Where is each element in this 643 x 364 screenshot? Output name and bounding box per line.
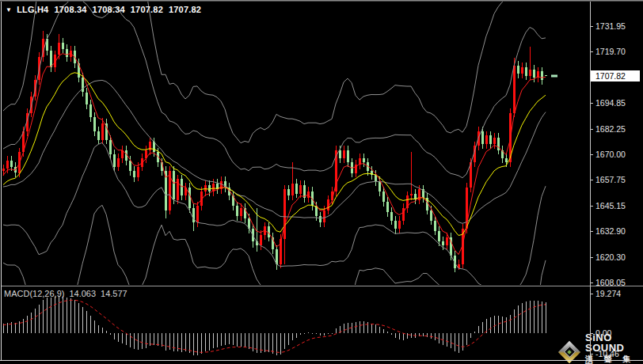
candle-body <box>323 210 325 223</box>
macd-histogram-bar <box>158 333 158 346</box>
candle-body <box>181 179 183 195</box>
macd-histogram-bar <box>166 333 166 351</box>
candle-body <box>208 185 211 191</box>
macd-histogram-bar <box>205 333 206 351</box>
candle-body <box>133 171 135 177</box>
macd-histogram-bar <box>70 298 71 333</box>
candle-body <box>394 221 397 229</box>
macd-histogram-bar <box>411 333 412 338</box>
macd-histogram-bar <box>7 323 8 334</box>
macd-histogram-bar <box>300 333 301 335</box>
macd-histogram-bar <box>526 301 527 333</box>
symbol-name: LLG,H4 <box>17 5 48 14</box>
macd-histogram-bar <box>514 309 515 333</box>
macd-histogram-bar <box>462 333 463 351</box>
candle-body <box>113 154 116 167</box>
candle-body <box>6 161 9 169</box>
chart-window: SiNO SOUND 漢 聲 集 團 1731.951719.701694.85… <box>0 0 643 364</box>
macd-histogram-bar <box>466 333 467 345</box>
candle-body <box>86 93 88 105</box>
macd-histogram-bar <box>209 333 210 351</box>
candle-body <box>220 181 223 190</box>
macd-histogram-bar <box>193 333 194 355</box>
candle-body <box>109 140 112 154</box>
price-axis-label: 1620.30 <box>595 252 626 262</box>
candle-body <box>236 206 238 216</box>
macd-histogram-bar <box>474 332 475 333</box>
macd-axis[interactable]: 19.2740.00-10.46 <box>590 289 621 358</box>
macd-histogram-bar <box>264 333 265 352</box>
macd-histogram-bar <box>423 333 424 336</box>
macd-histogram-bar <box>510 315 511 333</box>
candle-body <box>260 235 262 245</box>
macd-value-main: 14.063 <box>69 289 96 298</box>
bollinger-upper-dev2 <box>3 0 546 178</box>
candle-body <box>319 216 322 222</box>
candle-body <box>382 191 385 202</box>
macd-histogram-bar <box>39 305 40 333</box>
chart-dropdown-icon[interactable]: ▼ <box>6 6 12 13</box>
macd-histogram-bar <box>399 333 400 339</box>
macd-histogram-bar <box>217 333 218 347</box>
candle-body <box>339 150 341 159</box>
candle-body <box>240 208 242 217</box>
ma-slow-line <box>3 73 546 236</box>
candle-body <box>97 131 100 140</box>
candle-body <box>276 249 278 264</box>
macd-signal-line <box>3 300 546 352</box>
candle-body <box>545 75 547 76</box>
candle-body <box>481 131 484 144</box>
symbol-ohlc-label: ▼LLG,H41708.341708.341707.821707.82 <box>6 5 201 14</box>
macd-histogram-bar <box>356 322 356 333</box>
candle-body <box>402 208 405 221</box>
macd-histogram-bar <box>455 333 455 351</box>
macd-histogram <box>3 296 546 355</box>
candle-body <box>58 43 60 55</box>
macd-histogram-bar <box>268 333 269 352</box>
macd-histogram-bar <box>280 333 281 355</box>
macd-value-signal: 14.577 <box>101 289 127 298</box>
price-axis[interactable]: 1731.951719.701694.851682.251670.001657.… <box>590 2 640 360</box>
price-axis-label: 1682.25 <box>595 124 626 134</box>
macd-histogram-bar <box>360 321 360 333</box>
candle-body <box>287 189 290 195</box>
candle-body <box>343 150 345 159</box>
macd-histogram-bar <box>502 317 503 333</box>
macd-histogram-bar <box>407 333 408 339</box>
macd-histogram-bar <box>435 333 436 340</box>
candle-body <box>446 237 448 246</box>
candle-body <box>299 185 302 194</box>
candle-body <box>117 158 120 167</box>
candles-layer <box>2 31 547 272</box>
current-price-dash <box>551 75 557 78</box>
candle-body <box>66 49 68 58</box>
macd-histogram-bar <box>106 331 107 333</box>
macd-histogram-bar <box>308 332 309 333</box>
candle-body <box>347 150 349 163</box>
macd-histogram-bar <box>458 333 459 353</box>
price-axis-label: 1719.70 <box>595 47 626 56</box>
candle-body <box>398 221 401 229</box>
macd-histogram-bar <box>478 326 479 333</box>
macd-histogram-bar <box>447 333 447 347</box>
macd-histogram-bar <box>379 327 380 333</box>
macd-histogram-bar <box>304 333 305 334</box>
candle-body <box>82 78 84 92</box>
candle-body <box>493 138 496 144</box>
macd-histogram-bar <box>51 298 51 333</box>
candlestick-chart-canvas[interactable]: 1731.951719.701694.851682.251670.001657.… <box>0 0 643 364</box>
candle-body <box>173 171 175 200</box>
macd-axis-label: -10.46 <box>595 349 619 358</box>
macd-histogram-bar <box>403 333 404 340</box>
macd-histogram-bar <box>47 298 48 333</box>
macd-histogram-bar <box>391 333 392 335</box>
macd-histogram-bar <box>31 313 32 333</box>
macd-histogram-bar <box>90 316 91 333</box>
macd-histogram-bar <box>292 333 293 340</box>
macd-histogram-bar <box>23 319 24 333</box>
ma-fast-line <box>3 54 546 255</box>
macd-histogram-bar <box>162 333 162 347</box>
macd-histogram-bar <box>146 333 146 348</box>
price-axis-label: 1632.90 <box>595 226 626 236</box>
macd-histogram-bar <box>348 323 348 334</box>
